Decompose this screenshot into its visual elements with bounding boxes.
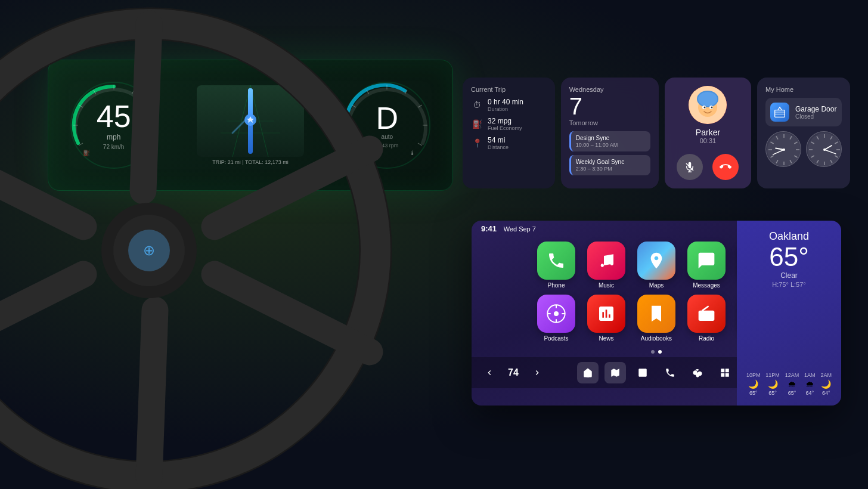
cal-day: Wednesday <box>569 86 650 93</box>
app-maps[interactable]: Maps <box>637 242 675 289</box>
duration-label: Duration <box>488 106 523 112</box>
duration-icon: ⏱ <box>471 99 483 111</box>
audiobooks-label: Audiobooks <box>641 335 672 342</box>
economy-icon: ⛽ <box>471 118 483 130</box>
gear-mode: auto <box>382 134 393 140</box>
duration-value: 0 hr 40 min <box>488 98 523 106</box>
hour-3-temp: 64° <box>806 390 814 396</box>
cal-event-1-time: 10:00 – 11:00 AM <box>576 142 646 148</box>
svg-point-40 <box>711 107 713 109</box>
hour-0-temp: 65° <box>749 390 758 396</box>
app-audiobooks[interactable]: Audiobooks <box>637 295 675 342</box>
weather-hour-2: 12AM 🌧 65° <box>785 372 799 396</box>
maps-nav-button[interactable] <box>604 362 626 383</box>
trip-stat-economy: ⛽ 32 mpg Fuel Economy <box>471 117 547 131</box>
weather-hour-0: 10PM 🌙 65° <box>746 372 761 396</box>
weather-hour-4: 2AM 🌙 64° <box>820 372 832 396</box>
hour-3-time: 1AM <box>804 372 816 378</box>
back-button[interactable] <box>479 362 500 383</box>
garage-icon <box>770 103 789 122</box>
cal-event-1[interactable]: Design Sync 10:00 – 11:00 AM <box>569 131 650 151</box>
app-phone[interactable]: Phone <box>537 242 575 289</box>
radio-icon <box>687 295 726 333</box>
svg-rect-91 <box>726 373 729 377</box>
phone-nav-button[interactable] <box>659 362 681 383</box>
svg-marker-87 <box>611 369 619 377</box>
app-messages[interactable]: Messages <box>687 242 726 289</box>
call-controls <box>677 154 739 180</box>
news-label: News <box>599 335 613 342</box>
cal-event-2[interactable]: Weekly Goal Sync 2:30 – 3:30 PM <box>569 155 650 175</box>
cal-date: 7 <box>569 94 650 118</box>
hour-4-icon: 🌙 <box>821 379 831 389</box>
phone-label: Phone <box>548 282 565 289</box>
svg-point-39 <box>704 107 706 109</box>
app-radio[interactable]: Radio <box>687 295 726 342</box>
music-icon <box>587 242 625 280</box>
now-playing-nav-button[interactable] <box>632 362 653 383</box>
menu-button[interactable] <box>714 362 736 383</box>
hour-1-time: 11PM <box>765 372 780 378</box>
hour-1-temp: 65° <box>768 390 777 396</box>
economy-value: 32 mpg <box>488 117 522 125</box>
calendar-widget: Wednesday 7 Tomorrow Design Sync 10:00 –… <box>561 78 659 188</box>
hour-3-icon: 🌧 <box>805 379 814 389</box>
app-podcasts[interactable]: Podcasts <box>537 295 575 342</box>
podcasts-label: Podcasts <box>544 335 568 342</box>
clock-widgets <box>765 131 842 167</box>
speed-sub: 72 km/h <box>103 144 125 150</box>
cal-event-1-title: Design Sync <box>576 135 646 141</box>
hour-4-temp: 64° <box>822 390 830 396</box>
speed-value: 45 <box>97 101 131 132</box>
radio-label: Radio <box>699 335 714 342</box>
clock-2 <box>806 131 842 167</box>
hour-0-time: 10PM <box>746 372 761 378</box>
garage-door-item[interactable]: Garage Door Closed <box>765 98 842 126</box>
weather-hour-1: 11PM 🌙 65° <box>765 372 780 396</box>
svg-point-36 <box>698 92 717 106</box>
svg-point-85 <box>554 311 559 316</box>
cal-event-2-title: Weekly Goal Sync <box>576 159 646 165</box>
forward-button[interactable] <box>526 362 548 383</box>
distance-label: Distance <box>488 144 509 150</box>
carplay-screen: 9:41 Wed Sep 7 5G <box>472 221 841 406</box>
hour-2-temp: 65° <box>788 390 796 396</box>
speed-unit: mph <box>107 133 120 141</box>
contact-avatar <box>689 86 727 124</box>
app-news[interactable]: News <box>587 295 625 342</box>
status-time: 9:41 Wed Sep 7 <box>481 224 536 233</box>
instrument-cluster: ⛽ 45 mph 72 km/h <box>48 60 453 191</box>
economy-label: Fuel Economy <box>488 125 522 131</box>
svg-rect-44 <box>775 110 785 117</box>
distance-icon: 📍 <box>471 137 483 149</box>
trip-stat-distance: 📍 54 mi Distance <box>471 136 547 150</box>
weather-panel: Oakland 65° Clear H:75° L:57° 10PM 🌙 65°… <box>737 221 841 406</box>
clock-1 <box>765 131 801 167</box>
phone-icon <box>537 242 575 280</box>
home-screen-button[interactable] <box>577 362 599 383</box>
weather-hourly: 10PM 🌙 65° 11PM 🌙 65° 12AM 🌧 65° 1AM 🌧 <box>746 372 832 396</box>
mute-button[interactable] <box>677 154 703 180</box>
maps-icon <box>637 242 675 280</box>
podcasts-icon <box>537 295 575 333</box>
nav-display: TRIP: 21 mi | TOTAL: 12,173 mi <box>197 78 304 173</box>
trip-stat-duration: ⏱ 0 hr 40 min Duration <box>471 98 547 112</box>
page-dot-2 <box>658 350 662 354</box>
maps-label: Maps <box>649 282 664 289</box>
distance-value: 54 mi <box>488 136 509 144</box>
page-dot-1 <box>651 350 655 354</box>
app-music[interactable]: Music <box>587 242 625 289</box>
garage-status: Closed <box>795 113 836 120</box>
contact-name: Parker <box>696 128 720 137</box>
svg-point-78 <box>823 148 826 151</box>
news-icon <box>587 295 625 333</box>
end-call-button[interactable] <box>712 154 739 180</box>
fan-button[interactable] <box>687 362 708 383</box>
speed-gauge: ⛽ 45 mph 72 km/h <box>66 78 162 173</box>
audiobooks-icon <box>637 295 675 333</box>
svg-rect-88 <box>721 369 724 372</box>
hour-4-time: 2AM <box>820 372 832 378</box>
gear-letter: D <box>376 103 399 134</box>
current-trip-widget: Current Trip ⏱ 0 hr 40 min Duration ⛽ 32… <box>463 78 555 188</box>
weather-temp: 65° <box>746 243 832 271</box>
